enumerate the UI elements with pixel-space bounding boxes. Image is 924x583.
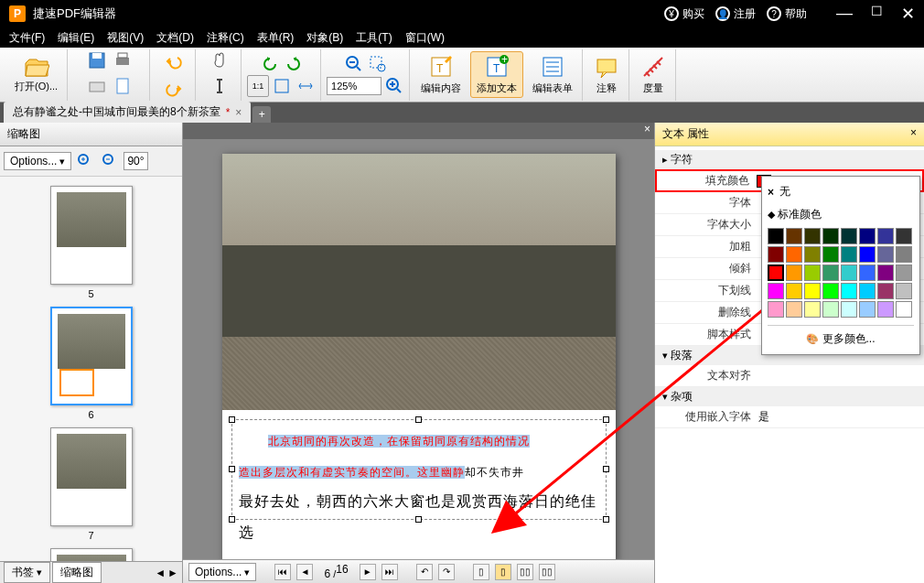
color-swatch[interactable] bbox=[786, 283, 802, 299]
color-swatch[interactable] bbox=[804, 246, 821, 263]
menu-item[interactable]: 工具(T) bbox=[356, 30, 392, 46]
menu-item[interactable]: 文档(D) bbox=[156, 30, 194, 46]
color-swatch[interactable] bbox=[822, 246, 839, 263]
color-swatch[interactable] bbox=[768, 283, 784, 299]
panel-close-button[interactable]: × bbox=[910, 126, 917, 139]
open-button[interactable]: 打开(O)... bbox=[9, 54, 63, 95]
color-swatch[interactable] bbox=[804, 301, 821, 318]
text-selection-box[interactable] bbox=[231, 419, 607, 520]
register-button[interactable]: 👤注册 bbox=[715, 6, 756, 22]
rotate-cw-button[interactable] bbox=[283, 53, 305, 75]
bookmark-tab[interactable]: 书签 ▾ bbox=[4, 562, 50, 583]
color-swatch[interactable] bbox=[786, 246, 802, 263]
thumbnail-7[interactable]: 7 bbox=[50, 427, 133, 541]
thumbnail-tab[interactable]: 缩略图 bbox=[52, 562, 102, 583]
menu-item[interactable]: 对象(B) bbox=[306, 30, 343, 46]
color-swatch[interactable] bbox=[768, 246, 784, 263]
zoom-out-button[interactable] bbox=[343, 53, 365, 75]
color-swatch[interactable] bbox=[877, 283, 894, 299]
continuous-button[interactable]: ▯ bbox=[495, 564, 511, 580]
color-swatch[interactable] bbox=[859, 265, 876, 281]
thumbnail-8[interactable] bbox=[50, 548, 133, 561]
panel-nav-right[interactable]: ► bbox=[167, 567, 178, 579]
fit-width-button[interactable] bbox=[295, 75, 317, 97]
thumbnail-6[interactable]: 6 bbox=[50, 307, 133, 420]
save-button[interactable] bbox=[86, 49, 108, 71]
color-swatch[interactable] bbox=[896, 265, 912, 281]
last-page-button[interactable]: ⏭ bbox=[381, 564, 398, 580]
color-swatch[interactable] bbox=[768, 301, 784, 318]
print-button[interactable] bbox=[112, 49, 134, 71]
thumb-zoom-out[interactable] bbox=[99, 150, 121, 172]
color-swatch[interactable] bbox=[841, 301, 857, 318]
embed-font-row[interactable]: 使用嵌入字体是 bbox=[655, 406, 924, 428]
menu-item[interactable]: 编辑(E) bbox=[58, 30, 94, 46]
annotate-button[interactable]: 注释 bbox=[588, 52, 625, 97]
color-swatch[interactable] bbox=[877, 301, 894, 318]
menu-item[interactable]: 表单(R) bbox=[257, 30, 295, 46]
color-swatch[interactable] bbox=[804, 283, 821, 299]
color-swatch[interactable] bbox=[822, 228, 839, 244]
color-swatch[interactable] bbox=[877, 246, 894, 263]
thumb-rotate-button[interactable]: 90° bbox=[124, 152, 147, 170]
color-swatch[interactable] bbox=[859, 228, 876, 244]
text-select-tool[interactable] bbox=[209, 75, 231, 97]
color-swatch[interactable] bbox=[822, 283, 839, 299]
next-page-button[interactable]: ► bbox=[360, 564, 376, 580]
more-colors-button[interactable]: 🎨 更多颜色... bbox=[768, 325, 914, 349]
color-swatch[interactable] bbox=[841, 246, 857, 263]
color-swatch[interactable] bbox=[804, 228, 821, 244]
zoom-in-button[interactable] bbox=[383, 75, 405, 97]
color-swatch[interactable] bbox=[768, 228, 784, 244]
color-swatch[interactable] bbox=[786, 301, 802, 318]
buy-button[interactable]: ¥购买 bbox=[664, 6, 704, 22]
new-tab-button[interactable]: + bbox=[252, 106, 271, 123]
menu-item[interactable]: 文件(F) bbox=[9, 30, 45, 46]
no-color-option[interactable]: 无 bbox=[779, 184, 790, 200]
color-swatch[interactable] bbox=[822, 301, 839, 318]
nav-fwd-button[interactable]: ↷ bbox=[438, 564, 455, 580]
color-swatch[interactable] bbox=[841, 228, 857, 244]
menu-item[interactable]: 视图(V) bbox=[107, 30, 144, 46]
hand-tool[interactable] bbox=[209, 49, 231, 71]
scan-button[interactable] bbox=[86, 75, 108, 97]
measure-button[interactable]: 度量 bbox=[635, 52, 672, 97]
menu-item[interactable]: 窗口(W) bbox=[405, 30, 445, 46]
redo-button[interactable] bbox=[163, 78, 185, 100]
color-swatch[interactable] bbox=[859, 283, 876, 299]
thumb-zoom-in[interactable] bbox=[74, 150, 96, 172]
zoom-marquee-button[interactable] bbox=[367, 53, 389, 75]
panel-nav-left[interactable]: ◄ bbox=[155, 567, 166, 579]
edit-form-button[interactable]: 编辑表单 bbox=[527, 52, 578, 97]
minimize-button[interactable]: — bbox=[836, 4, 853, 24]
section-character[interactable]: ▸ 字符 bbox=[655, 150, 924, 169]
first-page-button[interactable]: ⏮ bbox=[274, 564, 291, 580]
tab-close-button[interactable]: × bbox=[235, 106, 242, 119]
color-swatch[interactable] bbox=[804, 265, 821, 281]
prev-page-button[interactable]: ◄ bbox=[296, 564, 313, 580]
new-button[interactable] bbox=[112, 75, 134, 97]
color-swatch[interactable] bbox=[768, 265, 784, 281]
two-continuous-button[interactable]: ▯▯ bbox=[539, 564, 555, 580]
view-options-button[interactable]: Options... ▾ bbox=[188, 563, 256, 581]
color-swatch[interactable] bbox=[822, 265, 839, 281]
close-button[interactable]: ✕ bbox=[901, 4, 915, 24]
menu-item[interactable]: 注释(C) bbox=[207, 30, 244, 46]
color-swatch[interactable] bbox=[896, 283, 912, 299]
doc-close-button[interactable]: × bbox=[644, 123, 650, 139]
edit-content-button[interactable]: T 编辑内容 bbox=[415, 52, 467, 97]
undo-button[interactable] bbox=[163, 50, 185, 72]
color-swatch[interactable] bbox=[841, 283, 857, 299]
color-swatch[interactable] bbox=[896, 246, 912, 263]
color-swatch[interactable] bbox=[859, 246, 876, 263]
thumbnail-5[interactable]: 5 bbox=[50, 186, 133, 299]
single-page-button[interactable]: ▯ bbox=[473, 564, 489, 580]
color-swatch[interactable] bbox=[877, 265, 894, 281]
help-button[interactable]: ?帮助 bbox=[767, 6, 807, 22]
rotate-ccw-button[interactable] bbox=[259, 53, 281, 75]
thumb-options-button[interactable]: Options... ▾ bbox=[4, 152, 71, 170]
nav-back-button[interactable]: ↶ bbox=[416, 564, 433, 580]
two-page-button[interactable]: ▯▯ bbox=[517, 564, 533, 580]
color-swatch[interactable] bbox=[877, 228, 894, 244]
section-misc[interactable]: ▾ 杂项 bbox=[655, 387, 924, 406]
